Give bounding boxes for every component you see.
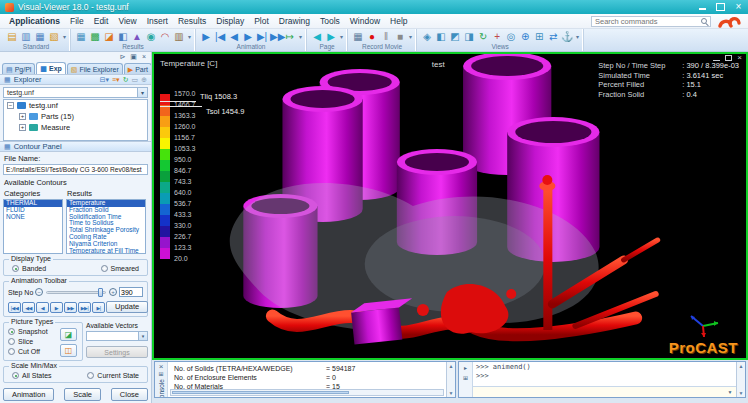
- model-combo[interactable]: testg.unf ▾: [3, 87, 148, 98]
- contour-icon[interactable]: ▩: [89, 31, 101, 42]
- settings-button[interactable]: Settings: [86, 346, 148, 358]
- minimize-button[interactable]: [698, 3, 707, 11]
- axes-icon[interactable]: +: [491, 31, 503, 42]
- play-button[interactable]: ▶: [50, 302, 63, 313]
- group-dropdown-icon[interactable]: ▾: [63, 33, 66, 40]
- front-view-icon[interactable]: ◧: [435, 31, 447, 42]
- scale-button[interactable]: Scale: [64, 388, 101, 401]
- vector-icon[interactable]: ▲: [131, 31, 143, 42]
- export-animation-icon[interactable]: ↦: [284, 31, 296, 42]
- step-back-button[interactable]: ◀: [36, 302, 49, 313]
- open-icon[interactable]: ▤: [6, 31, 18, 42]
- curve-icon[interactable]: ◠: [159, 31, 171, 42]
- command-history-chevron-icon[interactable]: ▼: [724, 389, 736, 395]
- menu-item-display[interactable]: Display: [211, 15, 249, 27]
- zoom-area-icon[interactable]: ⊞: [533, 31, 545, 42]
- expander-icon[interactable]: +: [19, 124, 26, 131]
- close-panel-icon[interactable]: ×: [142, 53, 146, 61]
- radio-current-state[interactable]: Current State: [87, 372, 139, 379]
- result-temperature-at-fill-time[interactable]: Temperature at Fill Time: [67, 248, 145, 254]
- group-dropdown-icon[interactable]: ▾: [576, 33, 579, 40]
- step-increment-button[interactable]: +: [109, 288, 117, 296]
- iso-view-icon[interactable]: ◈: [421, 31, 433, 42]
- scroll-down-icon[interactable]: ▼: [449, 390, 454, 396]
- play-icon[interactable]: ▶: [242, 31, 254, 42]
- next-frame-icon[interactable]: ▶|: [256, 31, 268, 42]
- update-button[interactable]: Update: [106, 301, 148, 313]
- group-dropdown-icon[interactable]: ▾: [340, 33, 343, 40]
- chevron-down-icon[interactable]: ▾: [137, 88, 147, 97]
- radio-smeared[interactable]: Smeared: [101, 265, 139, 272]
- close-button[interactable]: ×: [734, 3, 743, 11]
- menu-item-plot[interactable]: Plot: [249, 15, 274, 27]
- next-page-icon[interactable]: ▶: [325, 31, 337, 42]
- copy-icon[interactable]: ▦: [34, 31, 46, 42]
- console-tab[interactable]: Console: [158, 379, 165, 398]
- radio-slice[interactable]: Slice: [8, 338, 48, 345]
- step-decrement-button[interactable]: −: [35, 288, 43, 296]
- group-dropdown-icon[interactable]: ▾: [409, 33, 412, 40]
- menu-item-view[interactable]: View: [113, 15, 141, 27]
- menu-item-tools[interactable]: Tools: [315, 15, 345, 27]
- first-frame-button[interactable]: |◀◀: [8, 302, 21, 313]
- prompt-history-icon[interactable]: ⊞: [463, 374, 468, 381]
- scroll-up-icon[interactable]: ▲: [449, 363, 454, 369]
- expander-icon[interactable]: +: [19, 113, 26, 120]
- viewport-3d[interactable]: test × Temperature [C] 1570.01466.71363.…: [152, 52, 748, 360]
- menu-item-insert[interactable]: Insert: [142, 15, 173, 27]
- close-panel-button[interactable]: Close: [111, 388, 148, 401]
- load-results-icon[interactable]: ▦: [75, 31, 87, 42]
- probe-icon[interactable]: ◉: [145, 31, 157, 42]
- prev-page-icon[interactable]: ◀: [311, 31, 323, 42]
- menu-item-file[interactable]: File: [65, 15, 89, 27]
- fit-view-icon[interactable]: ⊕: [519, 31, 531, 42]
- menu-item-edit[interactable]: Edit: [89, 15, 114, 27]
- category-none[interactable]: NONE: [4, 214, 62, 221]
- pan-icon[interactable]: ⇄: [547, 31, 559, 42]
- slice-tool-button[interactable]: ◪: [60, 328, 77, 341]
- command-vscrollbar[interactable]: ▲ ▼: [736, 362, 745, 397]
- anchor-icon[interactable]: ⚓: [561, 31, 573, 42]
- maximize-button[interactable]: [716, 3, 725, 11]
- search-input[interactable]: [595, 17, 701, 26]
- radio-banded[interactable]: Banded: [12, 265, 46, 272]
- search-box[interactable]: [591, 16, 711, 27]
- section-icon[interactable]: ◧: [117, 31, 129, 42]
- console-hscroll-thumb[interactable]: [172, 391, 349, 394]
- menu-item-applications[interactable]: Applications: [4, 15, 65, 27]
- file-name-input[interactable]: [3, 164, 148, 175]
- expander-icon[interactable]: −: [7, 102, 14, 109]
- menu-item-results[interactable]: Results: [173, 15, 211, 27]
- menu-item-window[interactable]: Window: [345, 15, 385, 27]
- paste-icon[interactable]: ▧: [48, 31, 60, 42]
- step-forward-button[interactable]: ▶▶: [64, 302, 77, 313]
- command-scroll-up-icon[interactable]: ▲: [739, 363, 744, 369]
- record-icon[interactable]: ●: [366, 31, 378, 42]
- float-window-icon[interactable]: ▣: [130, 53, 137, 61]
- first-frame-icon[interactable]: |◀: [214, 31, 226, 42]
- prompt-expand-icon[interactable]: ▸: [464, 364, 467, 371]
- fast-back-button[interactable]: ◀◀: [22, 302, 35, 313]
- radio-snapshot[interactable]: Snapshot: [8, 328, 48, 335]
- side-view-icon[interactable]: ◨: [463, 31, 475, 42]
- tab-exp[interactable]: ▦Exp: [36, 62, 65, 74]
- menu-item-help[interactable]: Help: [385, 15, 412, 27]
- tree-item-testg-unf[interactable]: −testg.unf: [4, 100, 147, 111]
- undock-icon[interactable]: ⊳: [119, 53, 125, 61]
- vectors-combo[interactable]: ▾: [86, 331, 148, 341]
- banded-contour-icon[interactable]: ◪: [103, 31, 115, 42]
- command-scroll-down-icon[interactable]: ▼: [739, 390, 744, 396]
- vectors-chevron-down-icon[interactable]: ▾: [138, 332, 147, 340]
- camera-icon[interactable]: ▦: [352, 31, 364, 42]
- pause-icon[interactable]: ‖: [380, 31, 392, 42]
- step-input[interactable]: [119, 287, 143, 297]
- radio-all-states[interactable]: All States: [12, 372, 52, 379]
- console-close-icon[interactable]: ×: [159, 363, 164, 370]
- fast-forward-button[interactable]: ▶▶|: [78, 302, 91, 313]
- group-dropdown-icon[interactable]: ▾: [188, 33, 191, 40]
- last-frame-icon[interactable]: ▶▶: [270, 31, 282, 42]
- console-hscrollbar[interactable]: [170, 389, 444, 396]
- new-page-icon[interactable]: ▭: [132, 76, 139, 84]
- report-icon[interactable]: ▥: [173, 31, 185, 42]
- prev-frame-icon[interactable]: ◀: [228, 31, 240, 42]
